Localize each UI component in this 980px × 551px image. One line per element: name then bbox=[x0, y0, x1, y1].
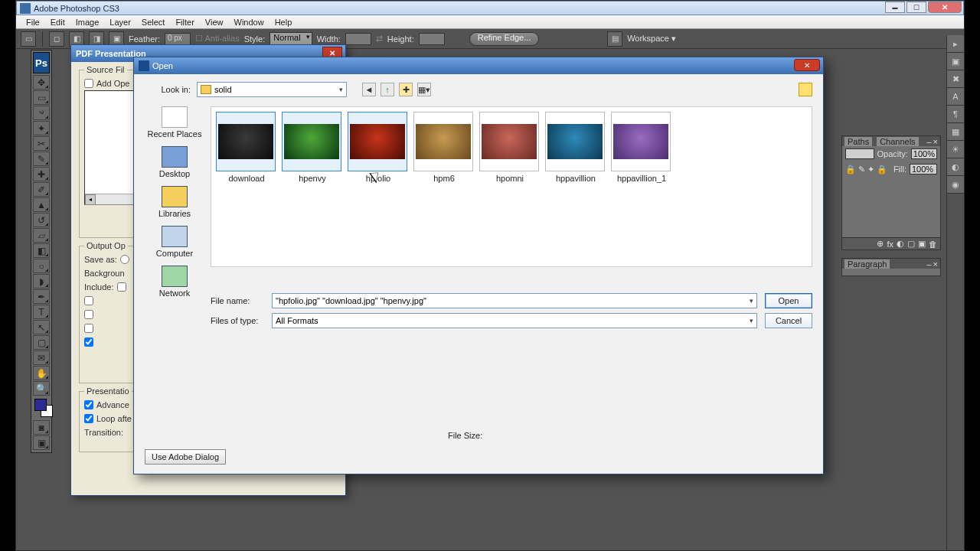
hand-tool[interactable]: ✋ bbox=[33, 366, 50, 380]
lock-icons[interactable]: 🔒 ✎ ✦ 🔒 bbox=[845, 165, 887, 174]
pen-tool[interactable]: ✒ bbox=[33, 289, 50, 304]
menu-window[interactable]: Window bbox=[229, 17, 270, 28]
include-check-4[interactable] bbox=[84, 324, 93, 333]
menu-help[interactable]: Help bbox=[270, 17, 298, 28]
zoom-tool[interactable]: 🔍 bbox=[33, 381, 50, 396]
dock-tab-3[interactable]: ✖ bbox=[947, 70, 964, 88]
panel-close-icon[interactable]: × bbox=[933, 137, 938, 146]
menu-layer[interactable]: Layer bbox=[104, 17, 136, 28]
paragraph-panel[interactable]: Paragraph–× bbox=[841, 258, 941, 276]
marquee-tool[interactable]: ▭ bbox=[33, 90, 50, 105]
panel-btn-1[interactable]: ⊕ bbox=[877, 239, 884, 249]
move-tool[interactable]: ✥ bbox=[33, 75, 50, 90]
panel-btn-4[interactable]: ▢ bbox=[907, 239, 915, 249]
wand-tool[interactable]: ✦ bbox=[33, 121, 50, 135]
file-thumb-hpm6[interactable]: hpm6 bbox=[413, 112, 475, 183]
blend-mode[interactable] bbox=[845, 148, 874, 159]
panel-btn-5[interactable]: ▣ bbox=[918, 239, 926, 249]
include-check-1[interactable] bbox=[117, 282, 126, 292]
panel-btn-3[interactable]: ◐ bbox=[897, 239, 904, 249]
file-thumb-hppavillion_1[interactable]: hppavillion_1 bbox=[611, 112, 672, 183]
stamp-tool[interactable]: ▲ bbox=[33, 197, 50, 212]
scroll-left-icon[interactable]: ◂ bbox=[85, 194, 96, 205]
places-computer[interactable]: Computer bbox=[145, 226, 204, 258]
opacity-input[interactable]: 100% bbox=[911, 148, 937, 159]
menu-view[interactable]: View bbox=[200, 17, 229, 28]
dock-tab-8[interactable]: ◐ bbox=[947, 158, 964, 176]
dock-tab-5[interactable]: ¶ bbox=[947, 106, 964, 123]
panel-btn-2[interactable]: fx bbox=[887, 240, 893, 249]
refine-edge-button[interactable]: Refine Edge... bbox=[469, 32, 540, 46]
notes-tool[interactable]: ✉ bbox=[33, 350, 50, 365]
gradient-tool[interactable]: ◧ bbox=[33, 243, 50, 258]
brush-tool[interactable]: ✐ bbox=[33, 182, 50, 197]
quickmask-tool[interactable]: ◙ bbox=[33, 420, 50, 435]
channels-tab[interactable]: Channels bbox=[877, 137, 918, 146]
antialias-check[interactable]: ☐ Anti-alias bbox=[195, 34, 240, 44]
maximize-button[interactable] bbox=[906, 2, 926, 13]
menu-select[interactable]: Select bbox=[136, 17, 171, 28]
open-dialog-titlebar[interactable]: Open ✕ bbox=[134, 57, 823, 74]
filetype-select[interactable]: All Formats bbox=[272, 313, 757, 328]
eyedropper-tool[interactable]: ✎ bbox=[33, 152, 50, 166]
layers-panel[interactable]: PathsChannels–× Opacity:100% 🔒 ✎ ✦ 🔒Fill… bbox=[841, 135, 941, 250]
file-thumb-download[interactable]: download bbox=[216, 112, 277, 183]
panel-min-icon[interactable]: – bbox=[926, 137, 931, 146]
width-input[interactable] bbox=[345, 33, 371, 45]
screenmode-tool[interactable]: ▣ bbox=[33, 435, 50, 450]
panel-close-icon-2[interactable]: × bbox=[933, 259, 938, 269]
nav-newfolder-button[interactable]: ✚ bbox=[399, 83, 413, 96]
dock-tab-4[interactable]: A bbox=[947, 88, 964, 106]
lookin-combo[interactable]: solid bbox=[197, 82, 347, 97]
panel-min-icon-2[interactable]: – bbox=[926, 259, 931, 269]
eraser-tool[interactable]: ▱ bbox=[33, 228, 50, 243]
file-list[interactable]: downloadhpenvyhpfoliohpm6hpomnihppavilli… bbox=[211, 106, 812, 267]
panel-trash-icon[interactable]: 🗑 bbox=[929, 240, 937, 249]
places-libraries[interactable]: Libraries bbox=[145, 186, 204, 218]
dock-tab-9[interactable]: ◉ bbox=[947, 176, 964, 194]
saveas-radio[interactable] bbox=[120, 255, 129, 264]
filename-input[interactable]: "hpfolio.jpg" "download.jpg" "hpenvy.jpg… bbox=[272, 293, 757, 308]
height-input[interactable] bbox=[419, 33, 445, 45]
tool-preset-button[interactable]: ▭ bbox=[21, 31, 36, 47]
use-adobe-dialog-button[interactable]: Use Adobe Dialog bbox=[145, 449, 226, 465]
file-thumb-hpomni[interactable]: hpomni bbox=[479, 112, 541, 183]
places-recent[interactable]: Recent Places bbox=[145, 106, 204, 139]
bridge-icon[interactable]: ▤ bbox=[607, 31, 622, 47]
style-select[interactable]: Normal bbox=[270, 32, 312, 46]
healing-tool[interactable]: ✚ bbox=[33, 167, 50, 181]
dock-tab-7[interactable]: ☀ bbox=[947, 141, 964, 158]
file-thumb-hppavillion[interactable]: hppavillion bbox=[545, 112, 606, 183]
color-swatch[interactable] bbox=[33, 397, 50, 420]
history-brush-tool[interactable]: ↺ bbox=[33, 213, 50, 227]
nav-up-button[interactable]: ↑ bbox=[381, 83, 394, 96]
places-network[interactable]: Network bbox=[145, 266, 204, 298]
paragraph-tab[interactable]: Paragraph bbox=[844, 259, 890, 269]
menu-image[interactable]: Image bbox=[70, 17, 105, 28]
selection-new-icon[interactable]: ◻ bbox=[49, 31, 64, 47]
menu-edit[interactable]: Edit bbox=[45, 17, 70, 28]
dock-tab-1[interactable]: ▸ bbox=[947, 35, 964, 53]
fill-input[interactable]: 100% bbox=[910, 164, 937, 174]
type-tool[interactable]: T bbox=[33, 305, 50, 319]
crop-tool[interactable]: ✂ bbox=[33, 136, 50, 151]
lasso-tool[interactable]: ༄ bbox=[33, 106, 50, 120]
places-desktop[interactable]: Desktop bbox=[145, 146, 204, 178]
dock-tab-6[interactable]: ▦ bbox=[947, 123, 964, 141]
app-titlebar[interactable]: Adobe Photoshop CS3 bbox=[16, 1, 964, 15]
dock-tab-2[interactable]: ▣ bbox=[947, 53, 964, 70]
blur-tool[interactable]: ○ bbox=[33, 259, 50, 273]
open-close-button[interactable]: ✕ bbox=[794, 59, 820, 71]
open-button[interactable]: Open bbox=[765, 293, 812, 308]
include-check-5[interactable] bbox=[84, 337, 93, 347]
paths-tab[interactable]: Paths bbox=[844, 137, 872, 146]
include-check-3[interactable] bbox=[84, 310, 93, 319]
minimize-button[interactable] bbox=[885, 2, 905, 13]
file-thumb-hpfolio[interactable]: hpfolio bbox=[348, 112, 409, 183]
menu-filter[interactable]: Filter bbox=[170, 17, 199, 28]
cancel-button[interactable]: Cancel bbox=[765, 313, 812, 328]
nav-view-button[interactable]: ▦▾ bbox=[417, 83, 431, 96]
file-thumb-hpenvy[interactable]: hpenvy bbox=[282, 112, 343, 183]
include-check-2[interactable] bbox=[84, 296, 93, 305]
feather-input[interactable]: 0 px bbox=[165, 33, 191, 45]
